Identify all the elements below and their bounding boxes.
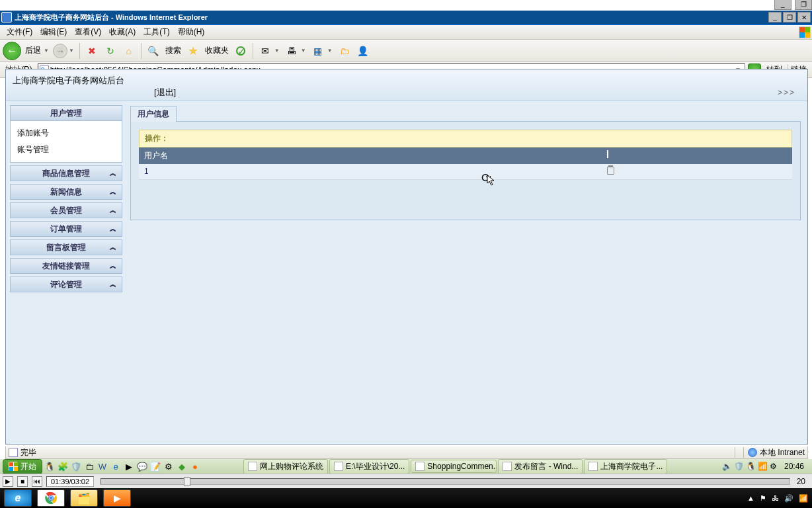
close-button[interactable]: ✕: [797, 12, 811, 22]
print-button[interactable]: 🖶: [284, 43, 300, 59]
os-player-button[interactable]: ▶: [103, 489, 131, 507]
favorites-label[interactable]: 收藏夹: [204, 45, 230, 56]
sidebar-item-add-account[interactable]: 添加账号: [17, 125, 115, 142]
task-icon: [589, 462, 598, 471]
refresh-button[interactable]: ↻: [102, 43, 118, 59]
sidebar-head-member[interactable]: 会员管理︽: [10, 202, 122, 218]
minimize-button[interactable]: _: [768, 12, 782, 22]
media-play-button[interactable]: ▶: [3, 476, 13, 487]
os-explorer-button[interactable]: 🗂️: [70, 489, 98, 507]
tray-icon[interactable]: 🛡️: [734, 462, 743, 471]
sidebar-head-links[interactable]: 友情链接管理︽: [10, 258, 122, 274]
os-tray-signal-icon[interactable]: 📶: [799, 494, 808, 503]
sidebar-head-product[interactable]: 商品信息管理︽: [10, 165, 122, 181]
ql-tool-icon[interactable]: ⚙: [163, 460, 175, 472]
ql-media-icon[interactable]: ▶: [123, 460, 135, 472]
grid-col-action: [607, 150, 787, 161]
sidebar-head-guestbook[interactable]: 留言板管理︽: [10, 239, 122, 255]
ql-qq-icon[interactable]: 🐧: [44, 460, 56, 472]
sidebar-head-comments[interactable]: 评论管理︽: [10, 276, 122, 292]
folder-button[interactable]: 🗀: [337, 43, 352, 59]
media-stop-button[interactable]: ■: [17, 476, 28, 487]
back-dropdown[interactable]: ▼: [44, 48, 49, 54]
ql-orange-icon[interactable]: ●: [189, 460, 201, 472]
sidebar-item-account-mgmt[interactable]: 账号管理: [17, 142, 115, 158]
os-tray-flag-icon[interactable]: ⚑: [760, 494, 766, 503]
grid-data-row[interactable]: 1: [139, 164, 792, 180]
menu-tools[interactable]: 工具(T): [140, 25, 173, 39]
menu-help[interactable]: 帮助(H): [174, 25, 209, 39]
ql-word-icon[interactable]: W: [97, 460, 108, 472]
task-label: 发布留言 - Wind...: [514, 461, 578, 472]
menu-edit[interactable]: 编辑(E): [36, 25, 71, 39]
delete-icon[interactable]: [607, 167, 614, 175]
media-seek-thumb[interactable]: [184, 477, 190, 486]
task-icon: [334, 462, 343, 471]
sidebar-head-user-mgmt[interactable]: 用户管理: [10, 105, 122, 121]
start-label: 开始: [20, 461, 36, 472]
home-button[interactable]: ⌂: [121, 43, 137, 59]
menu-favorites[interactable]: 收藏(A): [105, 25, 140, 39]
media-prev-button[interactable]: ⏮: [32, 476, 42, 487]
sidebar-label: 留言板管理: [46, 242, 86, 253]
system-tray: 🔈 🛡️ 🐧 📶 ⚙ 20:46: [719, 462, 809, 471]
ql-app-icon[interactable]: 🧩: [57, 460, 69, 472]
sidebar-head-news[interactable]: 新闻信息︽: [10, 184, 122, 200]
back-button[interactable]: ←: [3, 42, 21, 60]
forward-button[interactable]: →: [53, 44, 67, 58]
sidebar-label: 商品信息管理: [42, 168, 90, 179]
menu-file[interactable]: 文件(F): [3, 25, 36, 39]
os-tray-network-icon[interactable]: 🖧: [772, 494, 779, 502]
history-button[interactable]: ✓: [233, 43, 249, 59]
taskbar-clock[interactable]: 20:46: [782, 462, 807, 471]
media-seek-track[interactable]: [101, 478, 790, 485]
app-body: 用户管理 添加账号 账号管理 商品信息管理︽ 新闻信息︽ 会员管理︽ 订单管理︽…: [6, 101, 807, 444]
edit-button[interactable]: ▦: [310, 43, 326, 59]
task-item-2[interactable]: E:\毕业设计\20...: [329, 459, 409, 474]
outer-restore-button[interactable]: ❐: [795, 0, 812, 10]
print-dropdown[interactable]: ▼: [301, 48, 306, 54]
ql-shield-icon[interactable]: 🛡️: [70, 460, 82, 472]
maximize-button[interactable]: ❐: [783, 12, 796, 22]
favorites-icon[interactable]: ★: [185, 43, 201, 59]
window-control-buttons: _ ❐ ✕: [768, 12, 811, 22]
task-icon: [248, 462, 257, 471]
outer-minimize-button[interactable]: _: [774, 0, 792, 10]
ql-note-icon[interactable]: 📝: [149, 460, 161, 472]
logout-link[interactable]: [退出]: [154, 87, 176, 99]
os-chrome-button[interactable]: [37, 489, 65, 507]
tray-icon[interactable]: 🔈: [722, 462, 731, 471]
tray-icon[interactable]: 🐧: [746, 462, 755, 471]
media-control-bar: ▶ ■ ⏮ 01:39/03:02 20: [0, 474, 812, 488]
ql-chat-icon[interactable]: 💬: [136, 460, 148, 472]
task-icon: [415, 462, 425, 471]
tab-user-info[interactable]: 用户信息: [130, 106, 177, 122]
tray-icon[interactable]: 📶: [758, 462, 767, 471]
edit-dropdown[interactable]: ▼: [327, 48, 333, 54]
mail-button[interactable]: ✉: [257, 43, 273, 59]
search-icon[interactable]: 🔍: [145, 43, 161, 59]
grid-cell-username[interactable]: 1: [144, 167, 607, 177]
mail-dropdown[interactable]: ▼: [274, 48, 280, 54]
sidebar-head-order[interactable]: 订单管理︽: [10, 221, 122, 237]
ql-ie-icon[interactable]: e: [110, 460, 122, 472]
ql-folder-icon[interactable]: 🗀: [83, 460, 95, 472]
menu-view[interactable]: 查看(V): [71, 25, 105, 39]
os-ie-button[interactable]: e: [4, 489, 32, 507]
stop-button[interactable]: ✖: [84, 43, 100, 59]
chevron-up-icon: ︽: [110, 243, 116, 252]
task-item-3[interactable]: ShoppingCommen...: [411, 460, 497, 473]
app-header: 上海商学院电子商务网站后台 [退出] >>>: [6, 69, 807, 101]
task-item-5[interactable]: 上海商学院电子...: [584, 459, 667, 474]
ql-green-icon[interactable]: ◆: [176, 460, 188, 472]
start-button[interactable]: 开始: [3, 459, 42, 474]
os-tray-volume-icon[interactable]: 🔊: [784, 494, 793, 503]
tray-icon[interactable]: ⚙: [770, 462, 779, 471]
messenger-button[interactable]: 👤: [355, 43, 371, 59]
toolbar-separator: [79, 43, 80, 59]
os-tray-up-icon[interactable]: ▲: [747, 494, 754, 502]
forward-dropdown[interactable]: ▼: [69, 48, 74, 54]
search-label[interactable]: 搜索: [164, 45, 183, 56]
task-item-4[interactable]: 发布留言 - Wind...: [498, 459, 583, 474]
task-item-1[interactable]: 网上购物评论系统: [243, 459, 328, 474]
